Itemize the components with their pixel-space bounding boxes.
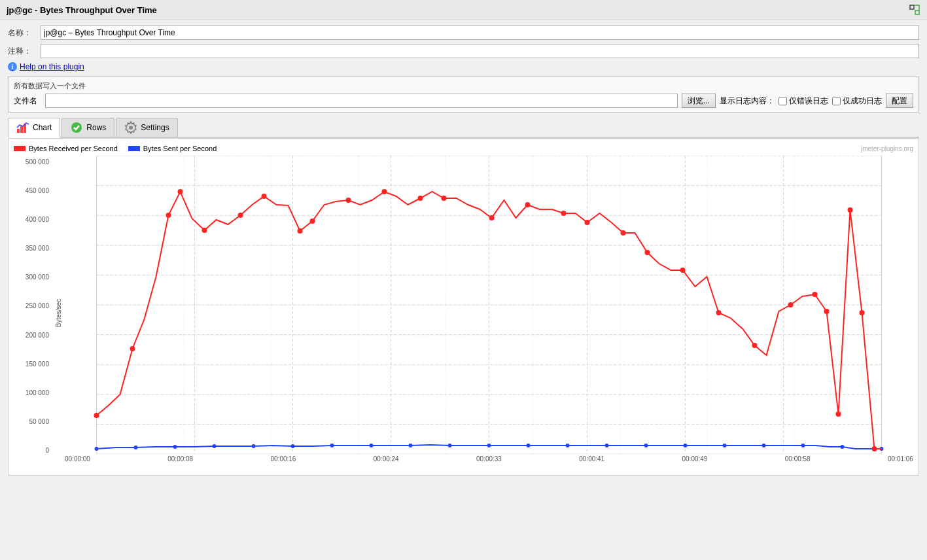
note-label: 注释： <box>8 46 41 57</box>
log-options: 显示日志内容： 仅错误日志 仅成功日志 配置 <box>720 94 913 108</box>
file-section: 所有数据写入一个文件 文件名 浏览... 显示日志内容： 仅错误日志 仅成功日志… <box>8 77 919 113</box>
svg-point-59 <box>262 194 267 199</box>
svg-point-60 <box>298 228 303 234</box>
svg-point-62 <box>346 198 351 203</box>
svg-point-51 <box>841 445 845 449</box>
y-tick-500000: 500 000 <box>14 158 49 166</box>
svg-point-42 <box>487 444 491 447</box>
success-log-checkbox[interactable] <box>832 97 841 105</box>
chart-area: Bytes Received per Second Bytes Sent per… <box>8 138 919 476</box>
success-log-label[interactable]: 仅成功日志 <box>832 96 882 107</box>
x-tick-41: 00:00:41 <box>579 455 604 463</box>
log-options-label: 显示日志内容： <box>720 96 775 107</box>
svg-point-48 <box>723 444 727 447</box>
svg-point-57 <box>202 228 207 233</box>
svg-point-79 <box>848 207 853 213</box>
y-tick-50000: 50 000 <box>14 418 49 425</box>
y-axis-label-container: Bytes/sec <box>53 156 65 470</box>
svg-point-75 <box>788 302 794 307</box>
svg-point-66 <box>489 215 495 220</box>
x-tick-49: 00:00:49 <box>682 455 708 463</box>
tab-rows[interactable]: Rows <box>61 118 114 137</box>
x-tick-24: 00:00:24 <box>374 455 399 463</box>
file-row: 文件名 浏览... 显示日志内容： 仅错误日志 仅成功日志 配置 <box>14 94 913 108</box>
name-input[interactable] <box>41 26 919 40</box>
svg-point-35 <box>213 444 217 448</box>
svg-point-37 <box>291 444 295 448</box>
svg-point-65 <box>442 196 447 201</box>
svg-point-68 <box>561 211 567 216</box>
svg-rect-9 <box>14 146 26 151</box>
svg-point-58 <box>238 213 243 218</box>
svg-point-70 <box>621 230 626 236</box>
legend-sent-label: Bytes Sent per Second <box>143 145 217 152</box>
legend-received-icon <box>14 144 26 153</box>
y-tick-100000: 100 000 <box>14 389 49 396</box>
svg-point-55 <box>166 213 171 218</box>
svg-rect-1 <box>915 10 919 14</box>
svg-point-41 <box>448 444 452 447</box>
filename-label: 文件名 <box>14 96 41 107</box>
tabs-row: Chart Rows Settings <box>8 118 919 138</box>
svg-point-45 <box>605 444 609 447</box>
jmeter-credit: jmeter-plugins.org <box>861 145 913 152</box>
chart-tab-icon <box>16 121 29 134</box>
window-title: jp@gc - Bytes Throughput Over Time <box>7 5 157 15</box>
legend-sent: Bytes Sent per Second <box>128 144 217 153</box>
svg-point-43 <box>527 444 531 447</box>
svg-point-50 <box>801 444 805 447</box>
help-text: Help on this plugin <box>20 62 84 71</box>
y-tick-250000: 250 000 <box>14 302 49 309</box>
svg-point-36 <box>252 444 256 448</box>
svg-rect-5 <box>20 126 23 133</box>
legend-received: Bytes Received per Second <box>14 144 118 153</box>
expand-icon[interactable] <box>909 4 920 16</box>
svg-point-33 <box>134 446 138 449</box>
svg-point-47 <box>684 444 688 447</box>
svg-point-80 <box>860 310 865 315</box>
tab-chart[interactable]: Chart <box>8 118 60 138</box>
tab-rows-label: Rows <box>86 123 106 132</box>
svg-point-54 <box>130 346 135 351</box>
config-button[interactable]: 配置 <box>886 94 913 108</box>
error-log-checkbox[interactable] <box>778 97 787 105</box>
y-axis-label: Bytes/sec <box>56 298 63 326</box>
y-tick-350000: 350 000 <box>14 245 49 252</box>
svg-point-69 <box>585 220 590 225</box>
svg-point-39 <box>370 444 374 447</box>
y-tick-300000: 300 000 <box>14 273 49 281</box>
svg-point-49 <box>762 444 766 447</box>
svg-point-64 <box>418 196 423 201</box>
legend-received-label: Bytes Received per Second <box>29 145 118 152</box>
tab-settings[interactable]: Settings <box>116 118 177 137</box>
svg-point-74 <box>752 343 758 348</box>
svg-point-44 <box>566 444 570 447</box>
svg-point-78 <box>836 411 841 417</box>
y-axis-labels: 500 000 450 000 400 000 350 000 300 000 … <box>14 156 53 470</box>
svg-point-61 <box>310 219 315 224</box>
help-link[interactable]: i Help on this plugin <box>8 62 919 71</box>
title-bar: jp@gc - Bytes Throughput Over Time <box>0 0 927 20</box>
legend-sent-icon <box>128 144 140 153</box>
x-tick-106: 00:01:06 <box>888 455 913 463</box>
chart-svg <box>65 156 913 454</box>
name-label: 名称： <box>8 27 41 39</box>
error-log-label[interactable]: 仅错误日志 <box>778 96 828 107</box>
svg-point-34 <box>173 445 177 449</box>
tab-settings-label: Settings <box>141 123 169 132</box>
note-input[interactable] <box>41 44 919 58</box>
y-tick-400000: 400 000 <box>14 216 49 223</box>
y-tick-200000: 200 000 <box>14 332 49 339</box>
svg-point-38 <box>330 444 334 447</box>
svg-point-67 <box>525 202 531 207</box>
svg-point-56 <box>178 189 183 194</box>
svg-point-73 <box>716 310 722 315</box>
main-content: 名称： 注释： i Help on this plugin 所有数据写入一个文件… <box>0 20 927 481</box>
filename-input[interactable] <box>45 94 678 108</box>
svg-point-76 <box>813 292 818 297</box>
svg-point-53 <box>94 413 99 418</box>
x-axis-labels: 00:00:00 00:00:08 00:00:16 00:00:24 00:0… <box>65 454 913 464</box>
browse-button[interactable]: 浏览... <box>682 94 716 108</box>
svg-point-32 <box>95 447 99 451</box>
chart-container: 500 000 450 000 400 000 350 000 300 000 … <box>14 156 913 470</box>
